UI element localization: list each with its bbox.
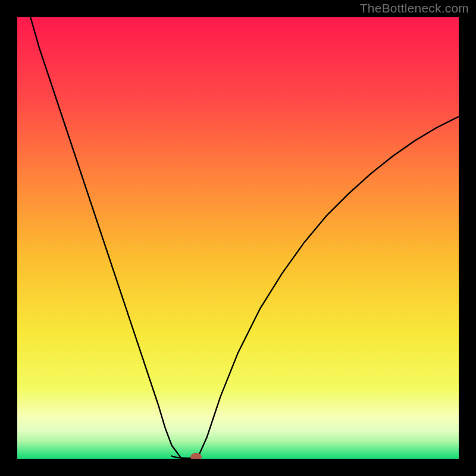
watermark-text: TheBottleneck.com (360, 1, 469, 15)
chart-frame: TheBottleneck.com (0, 0, 476, 476)
optimal-point-marker (191, 453, 202, 459)
bottleneck-chart (17, 17, 459, 459)
plot-background (17, 17, 459, 459)
